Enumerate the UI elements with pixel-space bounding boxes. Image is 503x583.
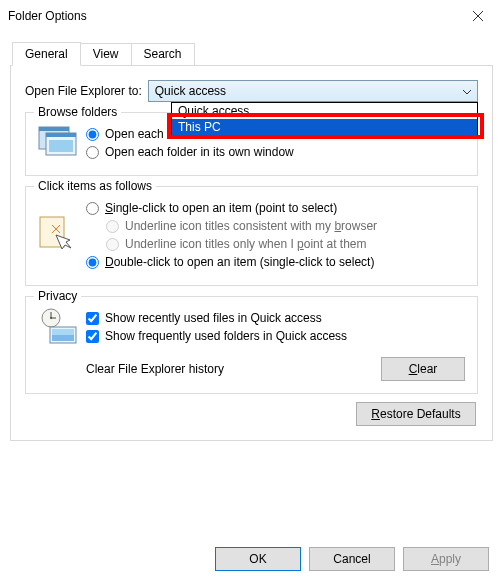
open-explorer-dropdown[interactable]: Quick access	[148, 80, 478, 102]
ok-button[interactable]: OK	[215, 547, 301, 571]
tab-general[interactable]: General	[12, 42, 81, 66]
dialog-buttons: OK Cancel Apply	[215, 547, 489, 571]
close-icon	[473, 11, 483, 21]
cancel-button[interactable]: Cancel	[309, 547, 395, 571]
checkbox-recent-files-label: Show recently used files in Quick access	[105, 311, 322, 325]
chevron-down-icon	[463, 84, 471, 98]
checkbox-frequent-folders-label: Show frequently used folders in Quick ac…	[105, 329, 347, 343]
privacy-title: Privacy	[34, 289, 81, 303]
svg-rect-12	[52, 329, 74, 335]
dropdown-list[interactable]: Quick access This PC	[171, 102, 478, 136]
radio-single-click-label: Single-click to open an item (point to s…	[105, 201, 337, 215]
window-title: Folder Options	[8, 9, 87, 23]
dropdown-selected-text: Quick access	[155, 84, 226, 98]
radio-underline-point-label: Underline icon titles only when I point …	[125, 237, 366, 251]
click-items-title: Click items as follows	[34, 179, 156, 193]
close-button[interactable]	[455, 1, 501, 31]
browse-folders-icon	[38, 123, 78, 163]
radio-single-click[interactable]	[86, 202, 99, 215]
tab-bar: General View Search	[12, 42, 503, 65]
radio-underline-browser-label: Underline icon titles consistent with my…	[125, 219, 377, 233]
radio-underline-point	[106, 238, 119, 251]
restore-defaults-button[interactable]: Restore Defaults	[356, 402, 476, 426]
open-explorer-label: Open File Explorer to:	[25, 84, 142, 98]
dropdown-option-quick-access[interactable]: Quick access	[172, 103, 477, 119]
clear-history-label: Clear File Explorer history	[86, 362, 224, 376]
dropdown-option-this-pc[interactable]: This PC	[172, 119, 477, 135]
checkbox-frequent-folders[interactable]	[86, 330, 99, 343]
privacy-icon	[38, 307, 78, 347]
radio-own-window[interactable]	[86, 146, 99, 159]
radio-double-click-label: Double-click to open an item (single-cli…	[105, 255, 374, 269]
clear-button[interactable]: Clear	[381, 357, 465, 381]
click-items-group: Click items as follows Single-click to o…	[25, 186, 478, 286]
radio-own-window-label: Open each folder in its own window	[105, 145, 294, 159]
svg-rect-3	[46, 133, 76, 137]
privacy-group: Privacy Show recently used files in Quic…	[25, 296, 478, 394]
tab-panel: Open File Explorer to: Quick access Quic…	[10, 65, 493, 441]
svg-rect-4	[49, 140, 73, 152]
radio-double-click[interactable]	[86, 256, 99, 269]
apply-button[interactable]: Apply	[403, 547, 489, 571]
radio-same-window[interactable]	[86, 128, 99, 141]
radio-underline-browser	[106, 220, 119, 233]
tab-search[interactable]: Search	[131, 43, 195, 66]
tab-view[interactable]: View	[80, 43, 132, 66]
click-items-icon	[38, 215, 78, 255]
checkbox-recent-files[interactable]	[86, 312, 99, 325]
browse-folders-title: Browse folders	[34, 105, 121, 119]
svg-rect-2	[39, 127, 69, 131]
